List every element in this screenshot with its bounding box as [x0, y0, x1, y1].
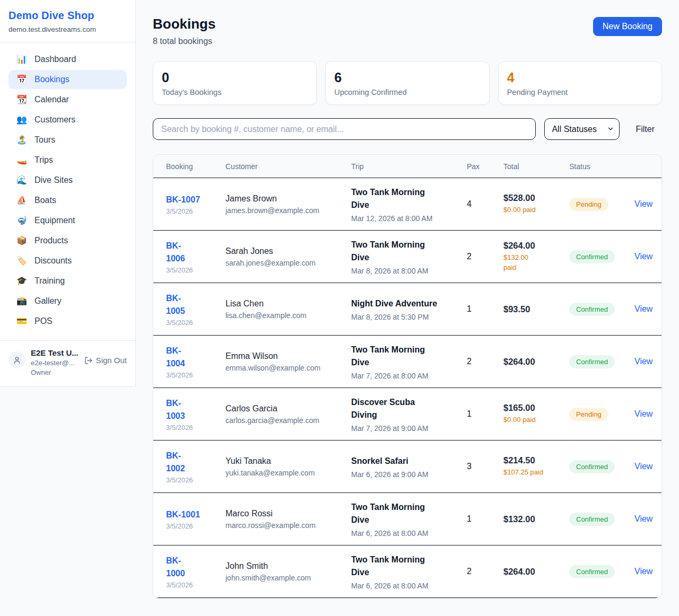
page-subtitle: 8 total bookings — [153, 37, 215, 46]
package-icon: 📦 — [16, 236, 28, 245]
booking-cell: BK-1007 3/5/2026 — [166, 193, 225, 215]
sidebar-item-equipment[interactable]: 🤿 Equipment — [8, 211, 127, 230]
trip-name: Two Tank Morning Dive — [351, 501, 460, 526]
sidebar-item-label: Training — [34, 276, 65, 286]
status-badge: Confirmed — [569, 513, 615, 526]
column-header-pax: Pax — [467, 162, 503, 171]
page-title-block: Bookings 8 total bookings — [153, 16, 215, 46]
booking-id-link[interactable]: BK- 1000 — [166, 555, 185, 580]
view-link[interactable]: View — [634, 252, 652, 261]
booking-date: 3/5/2026 — [166, 207, 219, 215]
page-header: Bookings 8 total bookings New Booking — [153, 16, 662, 46]
search-input[interactable] — [153, 118, 536, 140]
view-link[interactable]: View — [634, 462, 652, 471]
customer-email: john.smith@example.com — [225, 574, 345, 582]
tearoff-calendar-icon: 📆 — [16, 95, 28, 104]
sidebar-item-dashboard[interactable]: 📊 Dashboard — [8, 50, 127, 69]
user-name: E2E Test U... — [31, 348, 79, 357]
booking-id-link[interactable]: BK- 1006 — [166, 240, 185, 265]
new-booking-button[interactable]: New Booking — [593, 17, 662, 36]
stat-value: 6 — [334, 69, 480, 86]
booking-id-link[interactable]: BK- 1005 — [166, 292, 185, 318]
sidebar-item-products[interactable]: 📦 Products — [8, 231, 127, 250]
table-header-row: Booking Customer Trip Pax Total Status — [153, 155, 661, 178]
view-link[interactable]: View — [634, 567, 652, 576]
booking-cell: BK- 1002 3/5/2026 — [166, 450, 225, 484]
status-cell: Confirmed — [569, 355, 634, 368]
booking-cell: BK-1001 3/5/2026 — [166, 508, 225, 530]
trip-datetime: Mar 6, 2026 at 8:00 AM — [351, 529, 460, 538]
table-row: BK-1007 3/5/2026 James Brown james.brown… — [153, 178, 661, 231]
booking-id-link[interactable]: BK- 1003 — [166, 397, 185, 423]
status-cell: Confirmed — [569, 460, 634, 473]
sidebar-item-label: Equipment — [34, 216, 75, 225]
customer-email: james.brown@example.com — [225, 206, 345, 215]
sidebar: Demo Dive Shop demo.test.divestreams.com… — [0, 0, 136, 386]
sidebar-item-label: Trips — [34, 155, 53, 165]
user-box: E2E Test U... e2e-tester@... Owner Sign … — [0, 340, 135, 386]
sidebar-item-bookings[interactable]: 📅 Bookings — [8, 70, 127, 89]
view-link[interactable]: View — [634, 357, 652, 366]
customer-cell: Carlos Garcia carlos.garcia@example.com — [225, 404, 351, 425]
filter-button[interactable]: Filter — [628, 125, 662, 134]
stat-label: Today's Bookings — [162, 88, 308, 96]
pax-count: 1 — [467, 409, 503, 419]
sidebar-item-customers[interactable]: 👥 Customers — [8, 110, 127, 129]
sidebar-item-pos[interactable]: 💳 POS — [8, 312, 127, 331]
customer-name: Carlos Garcia — [225, 404, 345, 413]
view-link[interactable]: View — [634, 409, 652, 419]
booking-id-link[interactable]: BK- 1004 — [166, 345, 185, 370]
view-link[interactable]: View — [634, 514, 652, 524]
view-link[interactable]: View — [634, 304, 652, 314]
sign-out-label: Sign Out — [96, 356, 127, 365]
total-cell: $264.00 — [503, 567, 569, 577]
trip-name: Two Tank Morning Dive — [351, 553, 460, 579]
booking-id-link[interactable]: BK-1007 — [166, 193, 200, 206]
sidebar-item-dive-sites[interactable]: 🌊 Dive Sites — [8, 171, 127, 190]
column-header-customer: Customer — [225, 162, 351, 171]
booking-id-link[interactable]: BK- 1002 — [166, 450, 185, 475]
total-cell: $93.50 — [503, 304, 569, 314]
table-row: BK- 1006 3/5/2026 Sarah Jones sarah.jone… — [153, 231, 661, 283]
tag-icon: 🏷️ — [16, 257, 28, 265]
customer-cell: John Smith john.smith@example.com — [225, 561, 351, 582]
sidebar-item-label: Customers — [34, 115, 75, 125]
customer-name: Sarah Jones — [225, 247, 345, 256]
stat-card: 6 Upcoming Confirmed — [325, 61, 489, 105]
sidebar-item-gallery[interactable]: 📸 Gallery — [8, 292, 127, 311]
booking-cell: BK- 1005 3/5/2026 — [166, 292, 225, 327]
pax-count: 2 — [467, 357, 503, 366]
table-row: BK- 1003 3/5/2026 Carlos Garcia carlos.g… — [153, 388, 661, 441]
sidebar-item-label: Calendar — [34, 95, 69, 104]
sidebar-item-calendar[interactable]: 📆 Calendar — [8, 90, 127, 109]
status-filter-select[interactable]: All Statuses — [544, 118, 620, 140]
people-icon: 👥 — [16, 116, 28, 124]
sidebar-item-training[interactable]: 🎓 Training — [8, 271, 127, 291]
status-select-wrap: All Statuses — [544, 118, 620, 140]
person-icon — [13, 356, 21, 364]
sidebar-item-trips[interactable]: 🚤 Trips — [8, 151, 127, 170]
status-badge: Confirmed — [569, 250, 615, 263]
trip-name: Two Tank Morning Dive — [351, 344, 460, 369]
sign-out-button[interactable]: Sign Out — [84, 356, 127, 365]
trip-datetime: Mar 7, 2026 at 8:00 AM — [351, 372, 460, 380]
booking-cell: BK- 1003 3/5/2026 — [166, 397, 225, 432]
trip-datetime: Mar 8, 2026 at 8:00 AM — [351, 267, 460, 275]
total-cell: $214.50 $107.25 paid — [503, 455, 569, 478]
customer-email: marco.rossi@example.com — [225, 521, 345, 530]
view-link[interactable]: View — [634, 199, 652, 209]
sidebar-item-label: Bookings — [34, 75, 69, 84]
sidebar-item-tours[interactable]: 🏝️ Tours — [8, 130, 127, 149]
paid-amount: $132.00 paid — [503, 253, 563, 273]
trip-cell: Two Tank Morning Dive Mar 6, 2026 at 8:0… — [351, 553, 467, 590]
sidebar-item-label: Discounts — [34, 256, 72, 266]
sidebar-item-boats[interactable]: ⛵ Boats — [8, 191, 127, 210]
customer-name: James Brown — [225, 194, 345, 204]
stat-card: 4 Pending Payment — [498, 61, 662, 105]
trip-name: Discover Scuba Diving — [351, 396, 460, 421]
sidebar-item-discounts[interactable]: 🏷️ Discounts — [8, 251, 127, 270]
sidebar-item-label: Tours — [34, 135, 55, 145]
booking-id-link[interactable]: BK-1001 — [166, 508, 200, 521]
customer-name: Emma Wilson — [225, 351, 345, 361]
calendar-icon: 📅 — [16, 75, 28, 84]
